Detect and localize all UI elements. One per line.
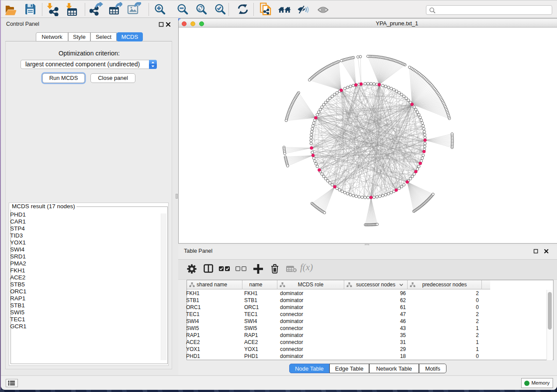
svg-text:f(x): f(x) [300,262,313,272]
